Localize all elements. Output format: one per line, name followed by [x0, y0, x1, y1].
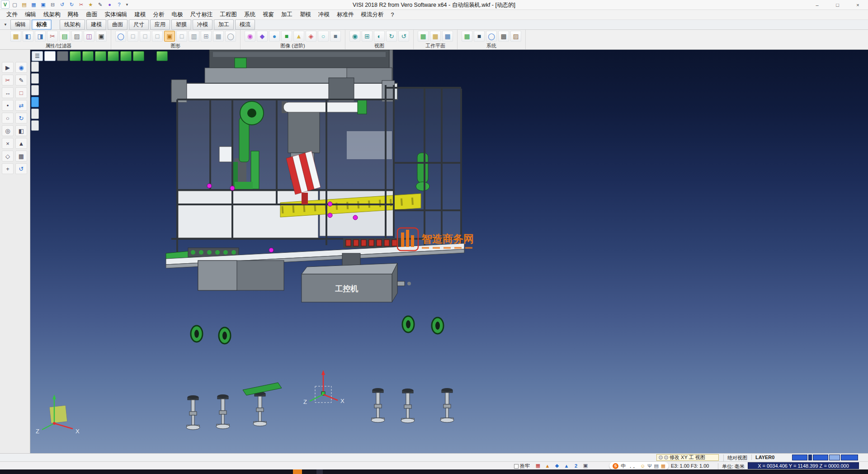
- tab-left-0[interactable]: 编辑: [10, 19, 30, 30]
- snap-end-icon[interactable]: •: [2, 100, 14, 111]
- background-icon[interactable]: ▲: [293, 31, 304, 42]
- menu-item-1[interactable]: 编辑: [21, 9, 40, 20]
- save-all-icon[interactable]: ▣: [39, 0, 47, 9]
- view-mode-label[interactable]: 绝对视图: [723, 455, 747, 461]
- lock-checkbox[interactable]: [514, 464, 519, 469]
- edge-tool-3[interactable]: [31, 97, 39, 107]
- right-view-icon[interactable]: [120, 51, 132, 61]
- scale-icon[interactable]: ▲: [15, 138, 27, 149]
- shaded-edges-icon[interactable]: ▣: [164, 31, 175, 42]
- refresh-view-icon[interactable]: ◯: [115, 31, 126, 42]
- workplane-hint[interactable]: 修改 XY 工 视图: [656, 454, 719, 461]
- menu-item-2[interactable]: 线架构: [40, 9, 64, 20]
- back-view-icon[interactable]: [133, 51, 144, 61]
- front-view-icon[interactable]: [82, 51, 94, 61]
- workplane-view-icon[interactable]: ▦: [442, 31, 453, 42]
- menu-item-17[interactable]: 模流分析: [358, 9, 387, 20]
- flame-icon[interactable]: ▲: [544, 462, 551, 469]
- sketch-icon[interactable]: ✎: [96, 0, 104, 9]
- snap-quadrant-icon[interactable]: ◇: [2, 151, 14, 161]
- zoom-window-icon[interactable]: ◉: [15, 62, 27, 73]
- single-view-icon[interactable]: [44, 51, 56, 61]
- shaded-box-icon[interactable]: [57, 51, 68, 61]
- transparency-icon[interactable]: ○: [318, 31, 329, 42]
- attributes-icon[interactable]: ▦: [10, 31, 21, 42]
- graphics-options-icon[interactable]: ▦: [213, 31, 224, 42]
- measure-icon[interactable]: ↔: [2, 87, 14, 98]
- macro-icon[interactable]: ●: [105, 0, 114, 9]
- help-icon[interactable]: ?: [115, 0, 123, 9]
- ime-smiley-icon[interactable]: ☺: [640, 464, 645, 469]
- undo-icon[interactable]: ↺: [58, 0, 66, 9]
- properties-icon[interactable]: ▣: [96, 31, 107, 42]
- ribbon-tab-6[interactable]: 冲模: [193, 19, 212, 30]
- grid-icon[interactable]: ▦: [462, 31, 472, 42]
- restore-button[interactable]: □: [827, 0, 848, 10]
- favorites-icon[interactable]: ★: [86, 0, 95, 9]
- shadows-icon[interactable]: ■: [281, 31, 292, 42]
- snap-grid-icon[interactable]: +: [2, 163, 14, 174]
- selection-filter-icon[interactable]: ◫: [84, 31, 94, 42]
- menu-item-9[interactable]: 尺寸标注: [187, 9, 217, 20]
- ribbon-tab-0[interactable]: 线架构: [60, 19, 85, 30]
- dynamic-view-icon[interactable]: [156, 51, 168, 61]
- viewport-layout-icon[interactable]: ☰: [32, 51, 43, 61]
- minimize-button[interactable]: –: [807, 0, 827, 10]
- shaded-icon[interactable]: □: [152, 31, 163, 42]
- ime-lang[interactable]: 中: [621, 464, 626, 469]
- menu-item-13[interactable]: 加工: [278, 9, 296, 20]
- rotate-view-icon[interactable]: ↻: [386, 31, 397, 42]
- menu-item-3[interactable]: 网格: [64, 9, 83, 20]
- pin-icon[interactable]: ◆: [553, 462, 561, 469]
- sogou-logo[interactable]: S: [613, 463, 618, 469]
- globe-icon[interactable]: ◯: [486, 31, 497, 42]
- redo-icon[interactable]: ↻: [67, 0, 76, 9]
- open-file-icon[interactable]: ▤: [20, 0, 28, 9]
- snap-mid-icon[interactable]: ○: [2, 113, 14, 123]
- photo-render-icon[interactable]: ■: [330, 31, 341, 42]
- ribbon-tab-7[interactable]: 加工: [214, 19, 234, 30]
- edge-tool-2[interactable]: [31, 85, 39, 95]
- snap-settings-icon[interactable]: ▣: [582, 462, 589, 469]
- delete-icon[interactable]: ✂: [77, 0, 85, 9]
- zoom-all-icon[interactable]: ◉: [349, 31, 360, 42]
- menu-item-6[interactable]: 建模: [131, 9, 150, 20]
- ribbon-tab-2[interactable]: 曲面: [108, 19, 127, 30]
- dynamic-hide-icon[interactable]: ▥: [189, 31, 199, 42]
- menu-item-4[interactable]: 曲面: [83, 9, 101, 20]
- layer-manager-icon[interactable]: ▤: [59, 31, 70, 42]
- snap-intersect-icon[interactable]: ×: [2, 138, 14, 149]
- reflections-icon[interactable]: ◈: [306, 31, 316, 42]
- previous-view-icon[interactable]: ↺: [398, 31, 409, 42]
- plane-display-icon[interactable]: ▨: [510, 31, 521, 42]
- ime-toolbox-icon[interactable]: ▦: [661, 464, 665, 469]
- ime-bar[interactable]: S中，。☺Ψ▤▦: [609, 462, 669, 470]
- menu-item-11[interactable]: 系统: [241, 9, 259, 20]
- ribbon-tab-4[interactable]: 应用: [150, 19, 170, 30]
- save-icon[interactable]: ▦: [29, 0, 38, 9]
- ribbon-tab-5[interactable]: 塑膜: [171, 19, 191, 30]
- viewport-3d[interactable]: 工控机 智造商务网: [30, 50, 868, 453]
- zoom-window-icon[interactable]: ⊞: [362, 31, 373, 42]
- tab-dropdown-icon[interactable]: ▼: [2, 23, 9, 27]
- ribbon-tab-1[interactable]: 建模: [86, 19, 106, 30]
- sketch-icon[interactable]: ✎: [15, 75, 27, 85]
- array-icon[interactable]: ▦: [15, 151, 27, 161]
- lighting-icon[interactable]: ●: [269, 31, 280, 42]
- pattern-icon[interactable]: ▩: [498, 31, 509, 42]
- mirror-icon[interactable]: ◧: [15, 125, 27, 136]
- edge-tool-5[interactable]: [31, 120, 39, 131]
- undo-tool-icon[interactable]: ↺: [15, 163, 27, 174]
- ribbon-tab-3[interactable]: 尺寸: [129, 19, 149, 30]
- trim-icon[interactable]: ✂: [2, 75, 14, 85]
- print-icon[interactable]: ⊟: [48, 0, 57, 9]
- move-icon[interactable]: ⇄: [15, 100, 27, 111]
- snap-center-icon[interactable]: ◎: [2, 125, 14, 136]
- textures-icon[interactable]: ◆: [257, 31, 268, 42]
- menu-item-5[interactable]: 实体编辑: [101, 9, 131, 20]
- menu-item-14[interactable]: 塑模: [296, 9, 315, 20]
- menu-item-16[interactable]: 标准件: [333, 9, 358, 20]
- select-icon[interactable]: ▶: [2, 62, 14, 73]
- menu-item-0[interactable]: 文件: [3, 9, 21, 20]
- ime-mic-icon[interactable]: Ψ: [647, 464, 651, 469]
